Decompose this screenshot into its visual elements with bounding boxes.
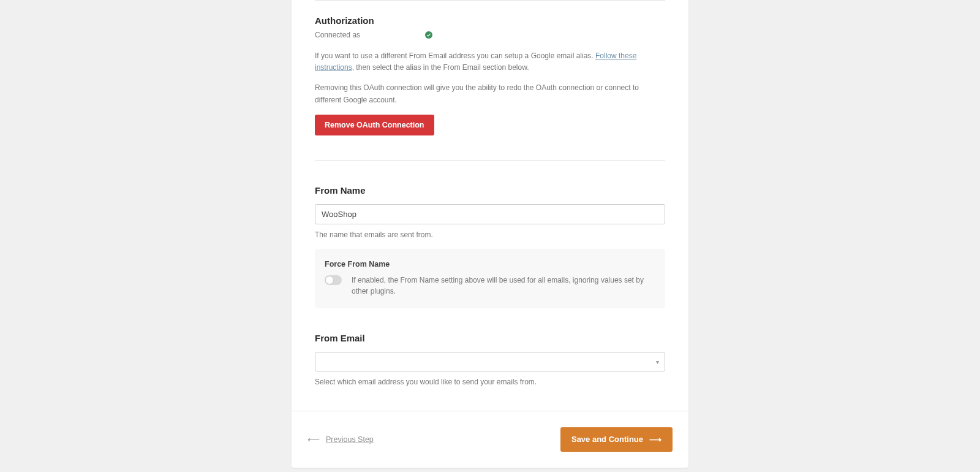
alias-help-text: If you want to use a different From Emai… <box>315 50 665 74</box>
from-name-section: From Name The name that emails are sent … <box>315 161 665 318</box>
arrow-left-icon: ⟵ <box>307 435 320 444</box>
connected-as-label: Connected as <box>315 31 360 39</box>
previous-step-link[interactable]: ⟵ Previous Step <box>307 435 374 444</box>
force-from-name-toggle[interactable] <box>325 275 342 285</box>
check-icon <box>425 31 432 39</box>
alias-help-post: , then select the alias in the From Emai… <box>352 63 529 72</box>
force-from-name-box: Force From Name If enabled, the From Nam… <box>315 249 665 308</box>
from-name-desc: The name that emails are sent from. <box>315 230 665 239</box>
card-body: Authorization Connected as If you want t… <box>292 0 688 411</box>
authorization-heading: Authorization <box>315 15 665 26</box>
from-email-select[interactable] <box>315 352 665 371</box>
from-email-heading: From Email <box>315 333 665 343</box>
from-email-select-wrap: ▾ <box>315 352 665 371</box>
force-from-name-row: If enabled, the From Name setting above … <box>325 275 655 297</box>
connected-as-row: Connected as <box>315 31 665 39</box>
alias-help-pre: If you want to use a different From Emai… <box>315 51 595 60</box>
save-continue-button[interactable]: Save and Continue ⟶ <box>560 427 673 452</box>
force-from-name-heading: Force From Name <box>325 260 655 268</box>
authorization-section: Authorization Connected as If you want t… <box>315 1 665 160</box>
save-continue-label: Save and Continue <box>571 435 643 444</box>
from-name-input[interactable] <box>315 204 665 224</box>
from-email-desc: Select which email address you would lik… <box>315 378 665 386</box>
previous-step-label: Previous Step <box>326 435 374 444</box>
remove-help-text: Removing this OAuth connection will give… <box>315 82 665 105</box>
remove-oauth-button[interactable]: Remove OAuth Connection <box>315 115 434 135</box>
force-from-name-desc: If enabled, the From Name setting above … <box>352 275 655 297</box>
toggle-knob-icon <box>325 276 334 284</box>
from-name-heading: From Name <box>315 185 665 196</box>
arrow-right-icon: ⟶ <box>649 435 662 444</box>
card-footer: ⟵ Previous Step Save and Continue ⟶ <box>292 411 688 468</box>
from-email-section: From Email ▾ Select which email address … <box>315 318 665 411</box>
wizard-card: Authorization Connected as If you want t… <box>292 0 688 468</box>
